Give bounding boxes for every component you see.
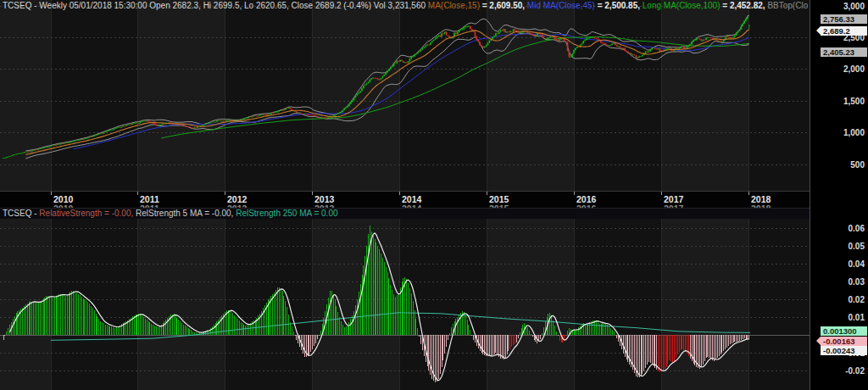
title-segment: Mid MA(Close,45) bbox=[527, 1, 595, 10]
right-axis-column[interactable]: 3,0002,5002,0001,5001,0005000.060.050.04… bbox=[810, 0, 868, 390]
value-axis-label: 0.01 bbox=[849, 313, 865, 322]
title-segment: = 2,609.50, bbox=[480, 1, 527, 10]
year-tick bbox=[312, 192, 313, 195]
price-axis-label: 2,000 bbox=[843, 64, 865, 74]
indicator-pane-titlebar: TCSEQ - RelativeStrength = -0.00, RelStr… bbox=[0, 208, 810, 219]
title-segment: Long MA(Close,100) bbox=[643, 1, 721, 10]
price-axis-label: 3,000 bbox=[843, 2, 865, 11]
title-segment: RelativeStrength = -0.00, bbox=[39, 209, 136, 218]
value-axis-label: 0.02 bbox=[849, 295, 865, 304]
year-tick bbox=[51, 192, 52, 195]
year-tick bbox=[225, 192, 225, 195]
year-tick bbox=[661, 192, 662, 195]
price-pane-title: TCSEQ - Weekly 05/01/2018 15:30:00 Open … bbox=[3, 1, 808, 12]
title-segment: = 2,500.85, bbox=[595, 1, 643, 10]
price-badge: 2,405.23 bbox=[821, 47, 868, 57]
price-badge: 2,756.33 bbox=[821, 14, 868, 24]
title-segment: BBTop(Close,15,2) bbox=[767, 1, 808, 10]
price-axis-label: 1,000 bbox=[843, 128, 865, 137]
title-segment: TCSEQ - bbox=[3, 209, 39, 218]
year-tick bbox=[487, 192, 487, 195]
relative-strength-canvas[interactable] bbox=[0, 219, 810, 390]
title-segment: TCSEQ - Weekly 05/01/2018 15:30:00 Open … bbox=[3, 1, 428, 10]
title-segment: RelStrength 5 MA = -0.00, bbox=[136, 209, 236, 218]
value-axis-label: 0.06 bbox=[849, 224, 865, 233]
year-tick bbox=[748, 192, 749, 195]
title-segment: RelStrength 250 MA = 0.00 bbox=[236, 209, 337, 218]
value-axis-label: 0.05 bbox=[849, 242, 865, 251]
year-tick bbox=[399, 192, 400, 195]
amibroker-chart-window: TCSEQ - Weekly 05/01/2018 15:30:00 Open … bbox=[0, 0, 868, 390]
value-axis-label: 0.04 bbox=[849, 259, 865, 269]
value-axis-label: -0.02 bbox=[845, 366, 865, 376]
price-chart-canvas[interactable] bbox=[0, 0, 810, 191]
price-axis-label: 1,500 bbox=[843, 97, 865, 106]
price-badge: 2,689.2 bbox=[816, 26, 867, 36]
year-tick bbox=[574, 192, 575, 195]
value-axis-label: 0.03 bbox=[849, 277, 865, 287]
value-badge: -0.00163 bbox=[816, 337, 867, 346]
value-badge: 0.001300 bbox=[821, 326, 868, 336]
year-tick bbox=[137, 192, 138, 195]
price-axis-label: 500 bbox=[850, 160, 865, 170]
title-segment: MA(Close,15) bbox=[428, 1, 480, 10]
value-badge: -0.00243 bbox=[821, 346, 868, 355]
title-segment: = 2,452.82, bbox=[721, 1, 768, 10]
